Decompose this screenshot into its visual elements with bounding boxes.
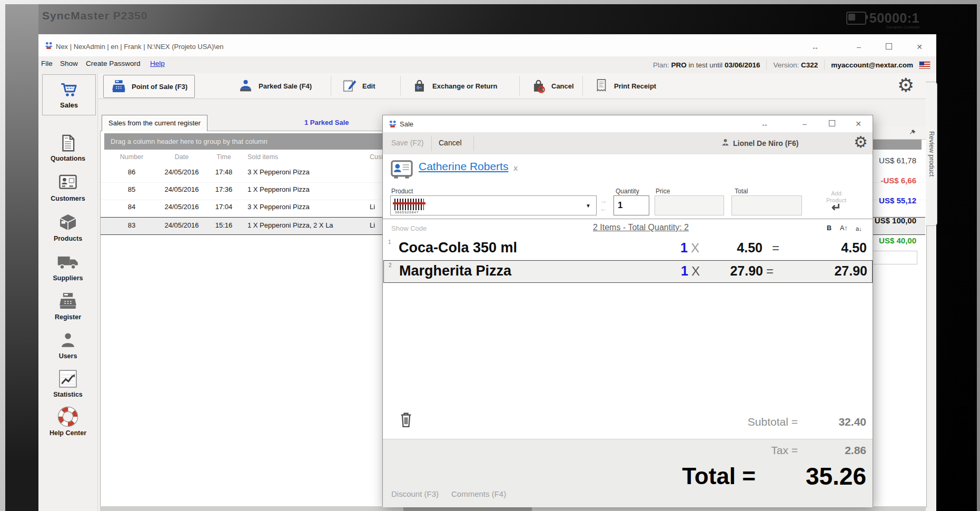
cell-time[interactable]: 17:48 <box>205 168 242 176</box>
sidebar-item-help-center[interactable] <box>38 406 97 430</box>
cell-sold-items[interactable]: 1 X Pepperoni Pizza <box>248 185 310 193</box>
save-button[interactable]: Save (F2) <box>391 139 423 147</box>
cell-sold-items[interactable]: 1 X Pepperoni Pizza, 2 X La <box>248 221 333 229</box>
account-email[interactable]: myaccount@nextar.com <box>831 61 913 69</box>
exchange-return-button[interactable]: Exchange or Return <box>404 75 504 97</box>
review-product-tab[interactable]: Review product <box>926 82 937 226</box>
font-increase-button[interactable]: A↑ <box>840 224 848 232</box>
cell-date[interactable]: 24/05/2016 <box>155 203 208 211</box>
sale-item-row-selected[interactable]: 2 Margherita Pizza 1 X 27.90 = 27.90 <box>383 260 873 283</box>
cell-sold-items[interactable]: 3 X Pepperoni Pizza <box>248 203 310 211</box>
customer-link[interactable]: Catherine Roberts <box>419 160 508 173</box>
item-name: Margherita Pizza <box>399 263 511 279</box>
menu-show[interactable]: Show <box>60 60 78 67</box>
items-summary[interactable]: 2 Items - Total Quantity: 2 <box>509 223 773 232</box>
main-resize-button[interactable]: ↔ <box>807 41 823 53</box>
sidebar-item-register[interactable] <box>38 291 97 313</box>
sidebar-item-products[interactable] <box>38 212 97 235</box>
main-maximize-button[interactable] <box>881 41 897 53</box>
seller-button[interactable]: Lionel De Niro (F6) <box>733 139 798 148</box>
sidebar-label-users[interactable]: Users <box>38 352 97 360</box>
main-close-button[interactable]: ✕ <box>912 41 927 53</box>
item-index: 2 <box>389 262 392 268</box>
cell-date[interactable]: 24/05/2016 <box>155 185 208 193</box>
cell-number[interactable]: 83 <box>108 221 155 229</box>
item-quantity: 1 <box>647 240 688 256</box>
customer-card-icon <box>57 173 78 192</box>
language-flag-icon[interactable] <box>919 62 930 68</box>
comments-button[interactable]: Comments (F4) <box>451 489 506 498</box>
transfer-left-icon[interactable]: ← <box>600 205 607 213</box>
sidebar-label-register[interactable]: Register <box>38 313 97 321</box>
quantity-input[interactable] <box>613 195 649 215</box>
monitor-brand: SyncMaster P2350 <box>42 9 147 22</box>
transfer-right-icon[interactable]: → <box>600 197 607 205</box>
sidebar-label-quotations[interactable]: Quotations <box>38 155 97 162</box>
sidebar-item-sales[interactable]: Sales <box>42 74 96 115</box>
trash-icon[interactable] <box>399 410 413 429</box>
sidebar-item-suppliers[interactable] <box>38 252 97 274</box>
menu-file[interactable]: File <box>41 60 53 67</box>
show-code-toggle[interactable]: Show Code <box>391 224 427 232</box>
dialog-minimize-button[interactable]: – <box>797 118 813 130</box>
cell-time[interactable]: 17:04 <box>205 203 242 211</box>
column-header-time[interactable]: Time <box>205 153 242 161</box>
menu-create-password[interactable]: Create Password <box>86 60 141 67</box>
cell-date[interactable]: 24/05/2016 <box>155 168 208 176</box>
cancel-button[interactable]: Cancel <box>439 139 462 147</box>
sale-item-row[interactable]: 1 Coca-Cola 350 ml 1 X 4.50 = 4.50 <box>383 238 873 260</box>
cell-date[interactable]: 24/05/2016 <box>155 221 208 229</box>
plan-info: Plan: PRO in test until 03/06/2016 <box>653 61 760 69</box>
sale-dialog-title: Sale <box>400 120 413 128</box>
remove-customer-button[interactable]: x <box>513 163 518 172</box>
cell-sold-items[interactable]: 3 X Pepperoni Pizza <box>248 168 310 176</box>
cell-customer[interactable]: Li <box>370 203 375 211</box>
sidebar-label-suppliers[interactable]: Suppliers <box>38 274 97 282</box>
amount-empty-field[interactable] <box>868 251 917 264</box>
column-header-number[interactable]: Number <box>108 153 155 161</box>
pin-icon[interactable] <box>909 129 916 136</box>
cell-number[interactable]: 84 <box>108 203 155 211</box>
column-header-date[interactable]: Date <box>155 153 208 161</box>
tab-parked-sale[interactable]: 1 Parked Sale <box>304 119 349 126</box>
main-window-title: Nex | NexAdmin | en | Frank | N:\NEX (Pr… <box>56 43 223 51</box>
print-receipt-button[interactable]: Print Receipt <box>587 75 663 97</box>
dropdown-caret-icon[interactable]: ▼ <box>586 203 591 209</box>
divider <box>582 76 583 96</box>
column-header-sold-items[interactable]: Sold items <box>248 153 278 161</box>
bold-format-button[interactable]: B <box>827 224 831 232</box>
font-decrease-button[interactable]: a↓ <box>856 225 862 232</box>
divider <box>473 135 474 151</box>
dialog-close-button[interactable]: ✕ <box>850 118 866 130</box>
total-input[interactable] <box>731 195 802 215</box>
tab-current-register[interactable]: Sales from the current register <box>102 115 207 131</box>
sidebar-label-help-center[interactable]: Help Center <box>38 429 97 437</box>
sidebar-item-quotations[interactable] <box>38 133 97 156</box>
menu-help[interactable]: Help <box>150 60 165 67</box>
sidebar-item-users[interactable] <box>38 330 97 352</box>
cell-number[interactable]: 86 <box>108 168 155 176</box>
contrast-battery-icon <box>846 12 866 25</box>
sidebar-item-customers[interactable] <box>38 173 97 194</box>
dialog-maximize-button[interactable] <box>824 118 840 130</box>
cancel-sale-button[interactable]: Cancel <box>523 75 581 97</box>
cell-time[interactable]: 15:16 <box>205 221 242 229</box>
sidebar-label-statistics[interactable]: Statistics <box>38 391 97 398</box>
point-of-sale-button[interactable]: Point of Sale (F3) <box>103 75 195 98</box>
sidebar-item-statistics[interactable] <box>38 368 97 391</box>
cell-time[interactable]: 17:36 <box>205 185 242 193</box>
dialog-settings-gear-icon[interactable]: ⚙ <box>854 134 868 150</box>
discount-button[interactable]: Discount (F3) <box>391 489 439 498</box>
settings-gear-icon[interactable]: ⚙ <box>897 76 914 95</box>
main-minimize-button[interactable]: – <box>851 41 867 53</box>
product-input[interactable]: 3865925847 ▼ <box>390 195 597 215</box>
parked-sale-button[interactable]: Parked Sale (F4) <box>231 75 319 97</box>
edit-button[interactable]: Edit <box>335 75 382 97</box>
sidebar-label-products[interactable]: Products <box>38 235 97 242</box>
price-input[interactable] <box>655 195 724 215</box>
cell-customer[interactable]: Li <box>370 221 375 229</box>
sidebar-label-customers[interactable]: Customers <box>38 195 97 202</box>
add-product-button[interactable]: Add Product ↵ <box>813 190 860 213</box>
dialog-resize-button[interactable]: ↔ <box>757 118 773 130</box>
cell-number[interactable]: 85 <box>108 185 155 193</box>
